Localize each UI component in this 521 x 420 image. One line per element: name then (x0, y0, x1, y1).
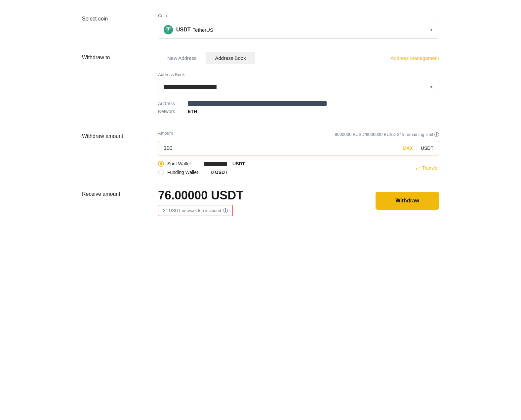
receive-amount-section: 76.00000 USDT 24 USDT network fee includ… (158, 189, 362, 216)
spot-wallet-radio-dot (160, 162, 162, 165)
withdraw-to-label: Withdraw to (82, 52, 158, 61)
spot-wallet-row: Spot Wallet USDT (158, 161, 416, 167)
network-value: ETH (188, 109, 197, 114)
transfer-button[interactable]: ⇄ Transfer (416, 165, 439, 171)
address-management-link[interactable]: Address Management (390, 55, 439, 61)
network-label: Network (158, 109, 188, 114)
select-coin-label: Select coin (82, 13, 158, 22)
coin-fullname: TetherUS (193, 27, 214, 33)
spot-wallet-balance-bar (204, 162, 227, 166)
amount-header: Amount 8000000 BUSD/8000000 BUSD 24h rem… (158, 131, 439, 138)
network-row: Network ETH (158, 109, 439, 114)
funding-wallet-row: Funding Wallet 0 USDT (158, 169, 416, 175)
tab-address-book[interactable]: Address Book (206, 52, 255, 64)
withdraw-button[interactable]: Withdraw (376, 192, 439, 210)
coin-select-chevron: ▼ (429, 27, 433, 32)
spot-wallet-currency: USDT (232, 161, 245, 166)
receive-amount-label: Receive amount (82, 189, 158, 197)
amount-input-wrapper: MAX | USDT (158, 141, 439, 155)
transfer-label: Transfer (422, 165, 439, 171)
address-book-chevron: ▼ (429, 85, 433, 89)
fee-box: 24 USDT network fee included ℹ (158, 205, 233, 216)
address-value-bar (188, 101, 327, 106)
amount-limit: 8000000 BUSD/8000000 BUSD 24h remaining … (335, 132, 439, 137)
amount-divider: | (416, 146, 418, 151)
limit-info-icon[interactable]: ℹ (434, 132, 439, 137)
wallet-pairs: Spot Wallet USDT Funding Wallet 0 USDT (158, 161, 416, 175)
address-book-select[interactable]: ▼ (158, 80, 439, 94)
funding-wallet-label: Funding Wallet (167, 170, 198, 175)
spot-wallet-label: Spot Wallet (167, 161, 191, 166)
amount-limit-suffix: 24h remaining limit (397, 132, 433, 137)
address-row: Address (158, 101, 439, 106)
amount-field-label: Amount (158, 131, 173, 136)
transfer-icon: ⇄ (416, 165, 420, 171)
withdraw-amount-label: Withdraw amount (82, 131, 158, 139)
funding-wallet-radio[interactable] (158, 169, 164, 175)
address-info: Address Network ETH (158, 101, 439, 114)
coin-symbol: USDT (176, 27, 191, 33)
address-label: Address (158, 101, 188, 106)
address-book-selected-value (164, 85, 217, 89)
usdt-icon (164, 25, 173, 34)
coin-field-label: Coin (158, 13, 439, 18)
amount-currency: USDT (421, 146, 433, 151)
tab-new-address[interactable]: New Address (158, 52, 206, 64)
fee-text: 24 USDT network fee included (163, 208, 221, 213)
amount-input[interactable] (164, 145, 403, 151)
receive-amount-value: 76.00000 USDT (158, 189, 362, 202)
fee-info-icon[interactable]: ℹ (223, 208, 228, 213)
withdraw-to-tabs: New Address Address Book Address Managem… (158, 52, 439, 64)
coin-select-dropdown[interactable]: USDT TetherUS ▼ (158, 21, 439, 39)
wallet-options-container: Spot Wallet USDT Funding Wallet 0 USDT ⇄… (158, 161, 439, 175)
funding-wallet-balance: 0 USDT (211, 170, 228, 175)
spot-wallet-radio[interactable] (158, 161, 164, 167)
address-book-field-label: Address Book (158, 72, 439, 77)
max-button[interactable]: MAX (403, 146, 413, 151)
amount-limit-text: 8000000 BUSD/8000000 BUSD (335, 132, 396, 137)
